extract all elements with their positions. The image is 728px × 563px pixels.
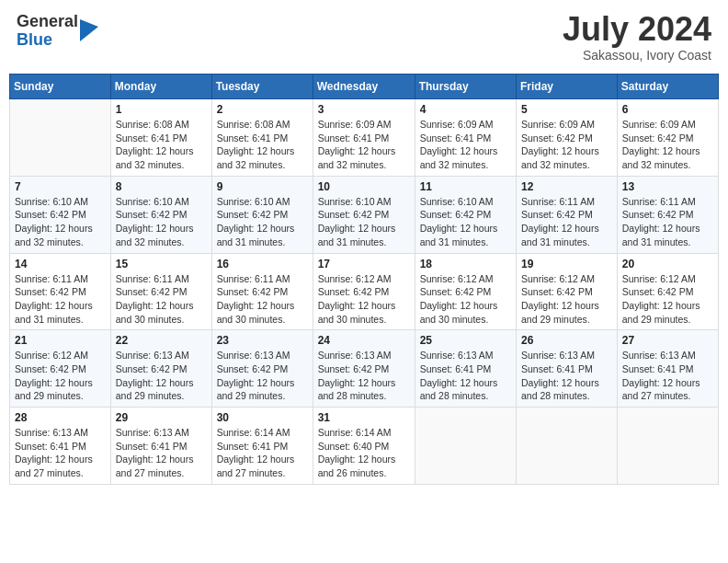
day-info: Sunrise: 6:13 AMSunset: 6:42 PMDaylight:… (318, 349, 410, 403)
day-number: 29 (116, 411, 207, 424)
day-number: 10 (318, 180, 410, 193)
day-number: 31 (318, 411, 410, 424)
day-info: Sunrise: 6:11 AMSunset: 6:42 PMDaylight:… (622, 195, 713, 249)
day-number: 15 (116, 258, 207, 270)
day-info: Sunrise: 6:12 AMSunset: 6:42 PMDaylight:… (521, 272, 612, 327)
calendar-cell: 16Sunrise: 6:11 AMSunset: 6:42 PMDayligh… (211, 253, 313, 330)
calendar-cell: 23Sunrise: 6:13 AMSunset: 6:42 PMDayligh… (211, 330, 313, 408)
day-info: Sunrise: 6:10 AMSunset: 6:42 PMDaylight:… (318, 195, 410, 249)
calendar-cell: 3Sunrise: 6:09 AMSunset: 6:41 PMDaylight… (313, 99, 415, 177)
day-number: 27 (622, 334, 713, 347)
calendar-cell: 13Sunrise: 6:11 AMSunset: 6:42 PMDayligh… (617, 176, 718, 253)
calendar-cell: 15Sunrise: 6:11 AMSunset: 6:42 PMDayligh… (110, 253, 211, 330)
day-info: Sunrise: 6:09 AMSunset: 6:41 PMDaylight:… (318, 118, 410, 172)
calendar-cell: 22Sunrise: 6:13 AMSunset: 6:42 PMDayligh… (110, 330, 211, 408)
day-number: 4 (420, 103, 511, 116)
calendar-header-row: SundayMondayTuesdayWednesdayThursdayFrid… (10, 75, 719, 99)
weekday-header-tuesday: Tuesday (211, 75, 313, 99)
calendar-cell: 28Sunrise: 6:13 AMSunset: 6:41 PMDayligh… (10, 408, 111, 485)
calendar-cell: 8Sunrise: 6:10 AMSunset: 6:42 PMDaylight… (110, 176, 211, 253)
weekday-header-sunday: Sunday (10, 75, 111, 99)
calendar-cell (415, 408, 516, 485)
day-info: Sunrise: 6:12 AMSunset: 6:42 PMDaylight:… (318, 272, 410, 327)
day-number: 18 (420, 258, 511, 270)
calendar-cell: 19Sunrise: 6:12 AMSunset: 6:42 PMDayligh… (517, 253, 618, 330)
calendar-cell: 26Sunrise: 6:13 AMSunset: 6:41 PMDayligh… (517, 330, 618, 408)
day-number: 16 (217, 258, 308, 270)
day-info: Sunrise: 6:13 AMSunset: 6:41 PMDaylight:… (521, 349, 612, 403)
calendar-cell: 2Sunrise: 6:08 AMSunset: 6:41 PMDaylight… (211, 99, 313, 177)
day-number: 3 (318, 103, 410, 116)
weekday-header-friday: Friday (517, 75, 618, 99)
day-info: Sunrise: 6:08 AMSunset: 6:41 PMDaylight:… (217, 118, 308, 172)
calendar-week-4: 21Sunrise: 6:12 AMSunset: 6:42 PMDayligh… (10, 330, 719, 408)
day-info: Sunrise: 6:11 AMSunset: 6:42 PMDaylight:… (116, 272, 207, 327)
day-info: Sunrise: 6:14 AMSunset: 6:41 PMDaylight:… (217, 426, 308, 480)
calendar-cell: 12Sunrise: 6:11 AMSunset: 6:42 PMDayligh… (517, 176, 618, 253)
day-number: 17 (318, 258, 410, 270)
calendar-cell: 5Sunrise: 6:09 AMSunset: 6:42 PMDaylight… (517, 99, 618, 177)
svg-marker-0 (80, 19, 98, 41)
day-number: 22 (116, 334, 207, 347)
calendar-cell: 27Sunrise: 6:13 AMSunset: 6:41 PMDayligh… (617, 330, 718, 408)
day-info: Sunrise: 6:11 AMSunset: 6:42 PMDaylight:… (217, 272, 308, 327)
logo-blue: Blue (17, 31, 78, 50)
day-info: Sunrise: 6:13 AMSunset: 6:41 PMDaylight:… (15, 426, 106, 480)
weekday-header-thursday: Thursday (415, 75, 516, 99)
calendar-cell (517, 408, 618, 485)
day-number: 1 (116, 103, 207, 116)
month-title: July 2024 (563, 13, 711, 46)
day-info: Sunrise: 6:09 AMSunset: 6:42 PMDaylight:… (521, 118, 612, 172)
logo-icon (80, 19, 98, 41)
day-number: 25 (420, 334, 511, 347)
calendar-cell: 1Sunrise: 6:08 AMSunset: 6:41 PMDaylight… (110, 99, 211, 177)
calendar-week-5: 28Sunrise: 6:13 AMSunset: 6:41 PMDayligh… (10, 408, 719, 485)
calendar-week-1: 1Sunrise: 6:08 AMSunset: 6:41 PMDaylight… (10, 99, 719, 177)
day-info: Sunrise: 6:11 AMSunset: 6:42 PMDaylight:… (15, 272, 106, 327)
calendar-cell: 24Sunrise: 6:13 AMSunset: 6:42 PMDayligh… (313, 330, 415, 408)
calendar-cell: 30Sunrise: 6:14 AMSunset: 6:41 PMDayligh… (211, 408, 313, 485)
calendar-cell (10, 99, 111, 177)
day-info: Sunrise: 6:13 AMSunset: 6:41 PMDaylight:… (420, 349, 511, 403)
day-number: 30 (217, 411, 308, 424)
day-number: 21 (15, 334, 106, 347)
calendar-cell: 20Sunrise: 6:12 AMSunset: 6:42 PMDayligh… (617, 253, 718, 330)
day-info: Sunrise: 6:13 AMSunset: 6:42 PMDaylight:… (217, 349, 308, 403)
calendar-week-2: 7Sunrise: 6:10 AMSunset: 6:42 PMDaylight… (10, 176, 719, 253)
day-number: 12 (521, 180, 612, 193)
calendar-cell: 7Sunrise: 6:10 AMSunset: 6:42 PMDaylight… (10, 176, 111, 253)
day-info: Sunrise: 6:12 AMSunset: 6:42 PMDaylight:… (420, 272, 511, 327)
day-info: Sunrise: 6:10 AMSunset: 6:42 PMDaylight:… (217, 195, 308, 249)
logo: General Blue (17, 13, 98, 50)
calendar-cell (617, 408, 718, 485)
day-number: 8 (116, 180, 207, 193)
day-info: Sunrise: 6:10 AMSunset: 6:42 PMDaylight:… (116, 195, 207, 249)
day-info: Sunrise: 6:09 AMSunset: 6:41 PMDaylight:… (420, 118, 511, 172)
location: Sakassou, Ivory Coast (563, 48, 711, 63)
day-info: Sunrise: 6:13 AMSunset: 6:42 PMDaylight:… (116, 349, 207, 403)
page-header: General Blue July 2024 Sakassou, Ivory C… (9, 9, 719, 66)
day-number: 20 (622, 258, 713, 270)
calendar-body: 1Sunrise: 6:08 AMSunset: 6:41 PMDaylight… (10, 99, 719, 485)
weekday-header-monday: Monday (110, 75, 211, 99)
day-info: Sunrise: 6:13 AMSunset: 6:41 PMDaylight:… (116, 426, 207, 480)
calendar-cell: 11Sunrise: 6:10 AMSunset: 6:42 PMDayligh… (415, 176, 516, 253)
day-number: 6 (622, 103, 713, 116)
calendar-cell: 14Sunrise: 6:11 AMSunset: 6:42 PMDayligh… (10, 253, 111, 330)
day-number: 23 (217, 334, 308, 347)
day-number: 14 (15, 258, 106, 270)
calendar-cell: 31Sunrise: 6:14 AMSunset: 6:40 PMDayligh… (313, 408, 415, 485)
calendar-cell: 29Sunrise: 6:13 AMSunset: 6:41 PMDayligh… (110, 408, 211, 485)
day-info: Sunrise: 6:08 AMSunset: 6:41 PMDaylight:… (116, 118, 207, 172)
day-info: Sunrise: 6:12 AMSunset: 6:42 PMDaylight:… (622, 272, 713, 327)
day-info: Sunrise: 6:10 AMSunset: 6:42 PMDaylight:… (15, 195, 106, 249)
day-info: Sunrise: 6:14 AMSunset: 6:40 PMDaylight:… (318, 426, 410, 480)
day-number: 13 (622, 180, 713, 193)
calendar-cell: 9Sunrise: 6:10 AMSunset: 6:42 PMDaylight… (211, 176, 313, 253)
logo-general: General (17, 13, 78, 31)
day-info: Sunrise: 6:13 AMSunset: 6:41 PMDaylight:… (622, 349, 713, 403)
day-number: 7 (15, 180, 106, 193)
calendar-cell: 6Sunrise: 6:09 AMSunset: 6:42 PMDaylight… (617, 99, 718, 177)
calendar-cell: 18Sunrise: 6:12 AMSunset: 6:42 PMDayligh… (415, 253, 516, 330)
day-info: Sunrise: 6:12 AMSunset: 6:42 PMDaylight:… (15, 349, 106, 403)
